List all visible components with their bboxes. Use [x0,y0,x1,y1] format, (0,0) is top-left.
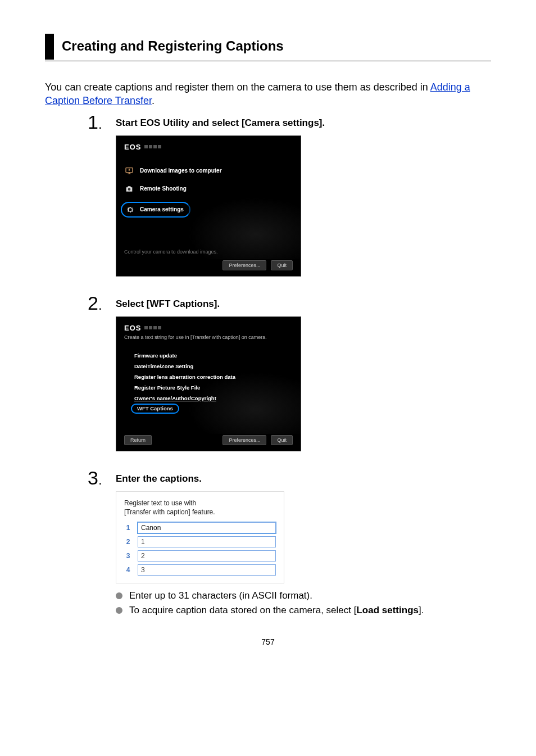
step-number-dot: . [98,472,102,487]
wft-captions-dialog: Register text to use with [Transfer with… [116,491,284,583]
intro-text-before: You can create captions and register the… [45,82,430,93]
setting-lens-aberration[interactable]: Register lens aberration correction data [134,372,293,382]
step-1: 1. Start EOS Utility and select [Camera … [88,112,491,289]
step-number-digit: 2 [88,292,98,314]
step-number-dot: . [98,116,102,132]
setting-datetime-zone[interactable]: Date/Time/Zone Setting [134,361,293,372]
setting-picture-style[interactable]: Register Picture Style File [134,382,293,393]
dialog-title: Register text to use with [Transfer with… [124,499,276,517]
eos-logo: EOS [124,324,141,332]
intro-text-after: . [152,95,155,106]
monitor-download-icon [124,166,134,176]
bullet-2-after: ]. [419,605,424,615]
option-download-images[interactable]: Download images to computer [124,166,293,176]
setting-firmware-update[interactable]: Firmware update [134,350,293,361]
step-heading: Start EOS Utility and select [Camera set… [116,112,491,129]
eos-model-blocks [144,326,161,329]
caption-input-1[interactable] [138,522,276,533]
caption-row-number: 2 [124,538,132,546]
caption-row-3: 3 [124,550,276,562]
bullet-2-text: To acquire caption data stored on the ca… [129,604,424,617]
caption-input-3[interactable] [138,550,276,562]
page-title: Creating and Registering Captions [62,34,284,61]
step-number: 3. [88,468,116,618]
step-number: 2. [88,293,116,464]
option-settings-label: Camera settings [140,206,184,212]
setting-wft-captions[interactable]: WFT Captions [131,404,179,414]
step-number: 1. [88,112,116,289]
caption-row-number: 3 [124,552,132,560]
caption-row-number: 4 [124,566,132,574]
bullet-icon [116,592,122,599]
bullet-1: Enter up to 31 characters (in ASCII form… [116,589,491,603]
preferences-button[interactable]: Preferences... [222,260,266,270]
return-button[interactable]: Return [124,435,152,445]
quit-button[interactable]: Quit [271,260,293,270]
preferences-button[interactable]: Preferences... [222,435,266,445]
step-number-dot: . [98,297,102,313]
title-leading-bar [45,34,54,60]
bullet-1-text: Enter up to 31 characters (in ASCII form… [129,589,312,603]
bullet-2: To acquire caption data stored on the ca… [116,604,491,617]
caption-input-2[interactable] [138,536,276,547]
caption-row-1: 1 [124,522,276,533]
eos-logo: EOS [124,143,141,151]
step-number-digit: 3 [88,467,98,488]
option-remote-shooting[interactable]: Remote Shooting [124,184,293,194]
quit-button[interactable]: Quit [271,435,293,445]
step-2: 2. Select [WFT Captions]. EOS Create a t… [88,293,491,464]
panel-subtitle: Create a text string for use in [Transfe… [124,334,293,340]
bullet-2-before: To acquire caption data stored on the ca… [129,605,356,615]
camera-icon [124,184,134,194]
step-3: 3. Enter the captions. Register text to … [88,468,491,618]
step-heading: Enter the captions. [116,468,491,485]
setting-owner-author[interactable]: Owner's name/Author/Copyright [134,393,293,404]
intro-paragraph: You can create captions and register the… [45,80,491,108]
step-heading: Select [WFT Captions]. [116,293,491,310]
step-number-digit: 1 [88,111,98,133]
caption-row-number: 1 [124,524,132,532]
camera-settings-panel: EOS Create a text string for use in [Tra… [116,316,301,451]
bullet-2-bold: Load settings [356,605,419,615]
dialog-title-line1: Register text to use with [124,499,196,507]
page-number: 757 [45,637,491,646]
option-camera-settings[interactable]: Camera settings [121,202,190,218]
caption-row-2: 2 [124,536,276,547]
option-download-label: Download images to computer [140,168,222,174]
caption-input-4[interactable] [138,564,276,576]
panel-footer-text: Control your camera to download images. [124,249,293,255]
bullet-icon [116,607,122,614]
caption-row-4: 4 [124,564,276,576]
svg-point-1 [128,188,131,191]
eos-model-blocks [144,145,161,148]
eos-utility-main-panel: EOS Download images to computer Remote S… [116,135,301,277]
gear-icon [125,205,135,215]
option-remote-label: Remote Shooting [140,185,187,192]
dialog-title-line2: [Transfer with caption] feature. [124,508,215,516]
section-title-block: Creating and Registering Captions [45,34,491,61]
